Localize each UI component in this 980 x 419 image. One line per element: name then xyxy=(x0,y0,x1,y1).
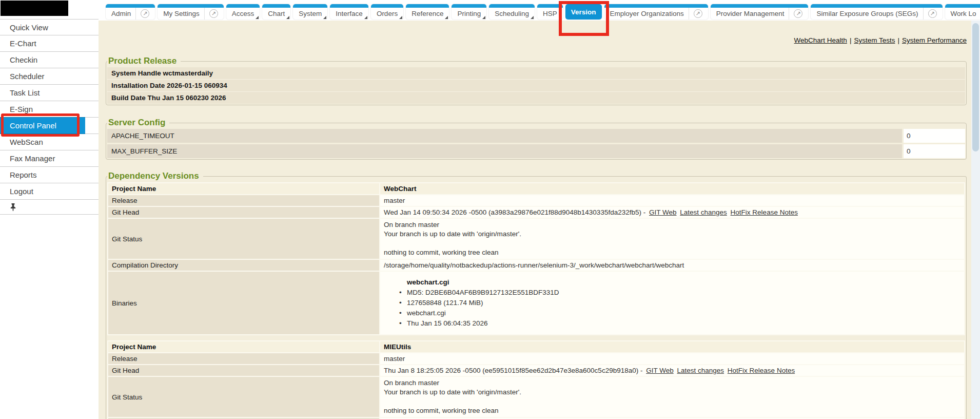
tab-label: Employer Organizations xyxy=(610,10,684,17)
tab-similar-exposure-groups[interactable]: Similar Exposure Groups (SEGs) ↗ xyxy=(811,4,942,20)
tab-external-link[interactable]: ↗ xyxy=(204,8,218,20)
tab-provider-management[interactable]: Provider Management ↗ xyxy=(711,4,809,20)
tab-employer-organizations[interactable]: Employer Organizations ↗ xyxy=(604,4,708,20)
scrollbar-thumb[interactable] xyxy=(972,23,979,151)
hotfix-release-notes-link[interactable]: HotFix Release Notes xyxy=(731,208,798,216)
dropdown-corner-icon xyxy=(364,16,367,19)
sidebar-nav: Quick View E-Chart Checkin Scheduler Tas… xyxy=(0,19,99,215)
project-name-value: WebChart xyxy=(380,183,964,194)
latest-changes-link[interactable]: Latest changes xyxy=(680,208,727,216)
tab-interface[interactable]: Interface xyxy=(330,4,368,20)
vertical-scrollbar[interactable] xyxy=(971,21,980,419)
git-status-line xyxy=(384,397,961,406)
table-row: Git Head Thu Jan 8 18:25:05 2026 -0500 (… xyxy=(108,365,964,376)
sidebar-item-quick-view[interactable]: Quick View xyxy=(0,19,99,35)
external-link-icon: ↗ xyxy=(794,9,802,18)
dropdown-corner-icon xyxy=(399,16,402,19)
binaries-value: webchart.cgi MD5: D2BE6B04AF6B9B9127132E… xyxy=(380,272,964,334)
table-row: Git Head Wed Jan 14 09:50:34 2026 -0500 … xyxy=(108,207,964,218)
tab-external-link[interactable]: ↗ xyxy=(923,8,937,20)
git-head-value: Wed Jan 14 09:50:34 2026 -0500 (a3983a29… xyxy=(380,207,964,218)
binaries-label: Binaries xyxy=(108,272,379,334)
dependency-table-webchart: Project Name WebChart Release master Git… xyxy=(107,182,965,335)
tab-label: Version xyxy=(571,8,596,16)
sidebar-item-control-panel[interactable]: Control Panel xyxy=(0,118,99,134)
tab-orders[interactable]: Orders xyxy=(371,4,403,20)
tab-external-link[interactable]: ↗ xyxy=(689,8,702,20)
tab-label: System xyxy=(299,10,322,17)
product-release-section: Product Release System Handle wctmasterd… xyxy=(106,56,967,105)
installation-date-row: Installation Date 2026-01-15 060934 xyxy=(107,80,965,92)
sidebar-item-scheduler[interactable]: Scheduler xyxy=(0,68,99,85)
git-status-line: On branch master xyxy=(384,378,961,388)
dependency-table-mieutils: Project Name MIEUtils Release master Git… xyxy=(107,340,965,419)
binary-md5: MD5: D2BE6B04AF6B9B9127132E551BDF331D xyxy=(384,288,961,298)
system-performance-link[interactable]: System Performance xyxy=(902,36,967,44)
sidebar-item-fax-manager[interactable]: Fax Manager xyxy=(0,150,99,167)
git-status-line: On branch master xyxy=(384,220,961,230)
apache-timeout-value-field[interactable]: 0 xyxy=(904,129,965,143)
server-config-legend: Server Config xyxy=(107,118,169,128)
tab-external-link[interactable]: ↗ xyxy=(789,8,802,20)
sidebar-item-label: Fax Manager xyxy=(10,154,55,163)
top-left-black-patch xyxy=(1,1,68,16)
sidebar-pin-toggle[interactable] xyxy=(0,200,99,215)
tab-label: Printing xyxy=(457,10,481,17)
max-buffer-size-value-field[interactable]: 0 xyxy=(904,144,965,158)
sidebar-item-webscan[interactable]: WebScan xyxy=(0,134,99,150)
latest-changes-link[interactable]: Latest changes xyxy=(677,367,724,374)
dependency-versions-legend: Dependency Versions xyxy=(107,171,203,181)
git-status-label: Git Status xyxy=(108,219,379,259)
table-row: Git Status On branch master Your branch … xyxy=(108,219,964,259)
binaries-list: webchart.cgi MD5: D2BE6B04AF6B9B9127132E… xyxy=(384,273,961,333)
system-tests-link[interactable]: System Tests xyxy=(854,36,895,44)
binary-date: Thu Jan 15 06:04:35 2026 xyxy=(384,318,961,329)
tab-system[interactable]: System xyxy=(293,4,327,20)
sidebar-item-task-list[interactable]: Task List xyxy=(0,85,99,101)
sidebar-item-reports[interactable]: Reports xyxy=(0,167,99,183)
dropdown-corner-icon xyxy=(531,16,534,19)
sidebar-item-logout[interactable]: Logout xyxy=(0,183,99,200)
git-head-value: Thu Jan 8 18:25:05 2026 -0500 (ee5951015… xyxy=(380,365,964,376)
release-value: master xyxy=(380,353,964,364)
compilation-directory-label: Compilation Directory xyxy=(108,260,379,271)
tab-version[interactable]: Version xyxy=(565,4,602,20)
config-row: APACHE_TIMEOUT 0 xyxy=(107,129,965,143)
table-gap xyxy=(107,335,965,340)
tab-my-settings[interactable]: My Settings ↗ xyxy=(158,4,224,20)
tab-printing[interactable]: Printing xyxy=(452,4,486,20)
git-head-text: Wed Jan 14 09:50:34 2026 -0500 (a3983a29… xyxy=(384,208,645,216)
tab-label: Similar Exposure Groups (SEGs) xyxy=(816,10,918,17)
git-web-link[interactable]: GIT Web xyxy=(646,367,674,374)
sidebar-item-label: Reports xyxy=(10,170,37,179)
tab-reference[interactable]: Reference xyxy=(406,4,449,20)
git-status-value: On branch master Your branch is up to da… xyxy=(380,377,964,417)
git-head-text: Thu Jan 8 18:25:05 2026 -0500 (ee5951015… xyxy=(384,367,642,374)
tab-hsp[interactable]: HSP xyxy=(537,4,563,20)
tab-work-lo[interactable]: Work Lo xyxy=(945,4,980,20)
git-status-line: nothing to commit, working tree clean xyxy=(384,248,961,257)
table-row: Release master xyxy=(108,195,964,206)
hotfix-release-notes-link[interactable]: HotFix Release Notes xyxy=(728,367,795,374)
sidebar-item-label: Task List xyxy=(10,88,40,97)
dropdown-corner-icon xyxy=(323,16,326,19)
tab-chart[interactable]: Chart xyxy=(262,4,290,20)
product-release-legend: Product Release xyxy=(107,56,181,66)
tab-scheduling[interactable]: Scheduling xyxy=(489,4,535,20)
tab-label: Access xyxy=(232,10,254,17)
webchart-health-link[interactable]: WebChart Health xyxy=(794,36,847,44)
tab-external-link[interactable]: ↗ xyxy=(135,8,149,20)
git-status-line: Your branch is up to date with 'origin/m… xyxy=(384,388,961,397)
config-name: MAX_BUFFER_SIZE xyxy=(107,144,902,158)
git-status-line: Your branch is up to date with 'origin/m… xyxy=(384,230,961,239)
table-header-row: Project Name WebChart xyxy=(108,183,964,194)
sidebar: Quick View E-Chart Checkin Scheduler Tas… xyxy=(0,0,99,419)
sidebar-item-e-sign[interactable]: E-Sign xyxy=(0,101,99,118)
git-head-label: Git Head xyxy=(108,207,379,218)
tab-admin[interactable]: Admin ↗ xyxy=(106,4,155,20)
project-name-header: Project Name xyxy=(108,183,379,194)
git-web-link[interactable]: GIT Web xyxy=(649,208,677,216)
sidebar-item-checkin[interactable]: Checkin xyxy=(0,52,99,68)
sidebar-item-e-chart[interactable]: E-Chart xyxy=(0,35,99,52)
tab-access[interactable]: Access xyxy=(226,4,260,20)
